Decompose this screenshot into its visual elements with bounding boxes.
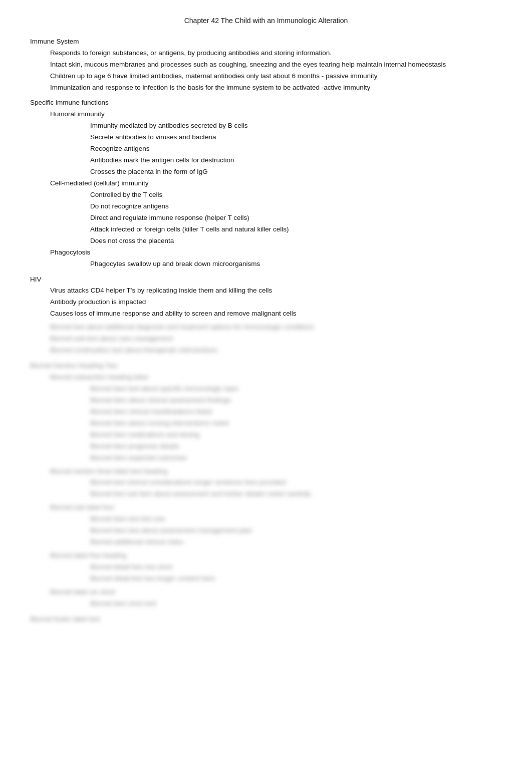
immune-system-item-3: Children up to age 6 have limited antibo… — [50, 71, 502, 82]
humoral-label: Humoral immunity — [50, 110, 105, 118]
blurred-footer: Blurred footer label text — [30, 614, 502, 625]
hiv-item-3: Causes loss of immune response and abili… — [50, 308, 502, 320]
blurred-section-3: Blurred section three label text heading… — [30, 466, 502, 500]
cell-mediated-item-4: Attack infected or foreign cells (killer… — [90, 224, 502, 235]
immune-system-heading: Immune System — [30, 36, 502, 48]
cell-mediated-item-3: Direct and regulate immune response (hel… — [90, 212, 502, 224]
humoral-item-4: Antibodies mark the antigen cells for de… — [90, 155, 502, 166]
immune-system-item-2: Intact skin, mucous membranes and proces… — [50, 59, 502, 71]
humoral-immunity-heading: Humoral immunity — [50, 109, 502, 120]
cell-mediated-label: Cell-mediated (cellular) immunity — [50, 179, 149, 187]
blurred-section-6: Blurred label six short Blurred item sho… — [30, 587, 502, 610]
page-title: Chapter 42 The Child with an Immunologic… — [30, 15, 502, 27]
phagocytosis-label: Phagocytosis — [50, 248, 90, 256]
phagocytosis-item-1: Phagocytes swallow up and break down mic… — [90, 258, 502, 270]
specific-immune-label: Specific immune functions — [30, 99, 109, 106]
phagocytosis-heading: Phagocytosis — [50, 247, 502, 258]
immune-system-label: Immune System — [30, 38, 79, 45]
humoral-item-2: Secrete antibodies to viruses and bacter… — [90, 132, 502, 143]
blurred-section-2: Blurred Section Heading Two Blurred subs… — [30, 360, 502, 463]
blurred-section-5: Blurred label five heading Blurred detai… — [30, 550, 502, 585]
hiv-label: HIV — [30, 276, 42, 283]
blurred-section-1: Blurred text about additional diagnosis … — [30, 322, 502, 356]
hiv-item-2: Antibody production is impacted — [50, 297, 502, 308]
hiv-heading: HIV — [30, 274, 502, 286]
cell-mediated-item-2: Do not recognize antigens — [90, 201, 502, 212]
specific-immune-heading: Specific immune functions — [30, 97, 502, 109]
immune-system-item-4: Immunization and response to infection i… — [50, 82, 502, 94]
cell-mediated-heading: Cell-mediated (cellular) immunity — [50, 178, 502, 189]
document-content: Chapter 42 The Child with an Immunologic… — [30, 15, 502, 625]
humoral-item-5: Crosses the placenta in the form of IgG — [90, 166, 502, 178]
immune-system-item-1: Responds to foreign substances, or antig… — [50, 48, 502, 59]
blurred-section-4: Blurred sub label four Blurred item text… — [30, 502, 502, 548]
cell-mediated-item-1: Controlled by the T cells — [90, 189, 502, 201]
hiv-item-1: Virus attacks CD4 helper T's by replicat… — [50, 285, 502, 297]
humoral-item-3: Recognize antigens — [90, 143, 502, 155]
humoral-item-1: Immunity mediated by antibodies secreted… — [90, 120, 502, 132]
cell-mediated-item-5: Does not cross the placenta — [90, 235, 502, 247]
